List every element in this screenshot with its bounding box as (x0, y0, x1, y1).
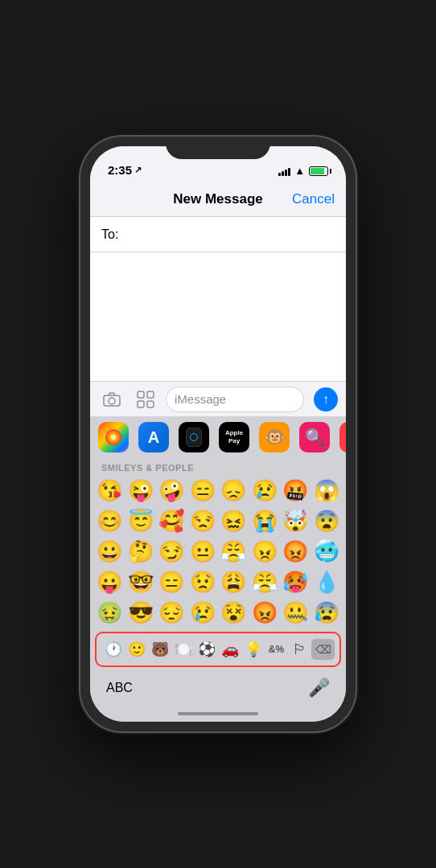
emoji-34[interactable]: 😎 (126, 598, 156, 627)
wifi-icon: ▲ (294, 165, 305, 177)
emoji-14[interactable]: 😭 (250, 506, 280, 535)
emoji-38[interactable]: 😡 (250, 598, 280, 627)
cancel-button[interactable]: Cancel (292, 191, 335, 207)
send-button[interactable]: ↑ (314, 387, 338, 411)
activities-category-button[interactable]: ⚽ (195, 637, 218, 662)
svg-point-7 (111, 435, 116, 440)
delete-button[interactable]: ⌫ (311, 639, 335, 660)
bar1 (278, 173, 281, 176)
emoji-31[interactable]: 🥵 (281, 567, 311, 596)
signal-icon (278, 166, 290, 176)
recent-category-button[interactable]: 🕐 (101, 637, 125, 662)
emoji-4[interactable]: 😑 (188, 476, 218, 505)
emoji-28[interactable]: 😟 (188, 567, 218, 596)
phone-frame: 2:35 ↗ ▲ New Message Cancel (80, 137, 356, 731)
emoji-35[interactable]: 😔 (157, 598, 187, 627)
emoji-26[interactable]: 🤓 (126, 567, 156, 596)
emoji-grid: 😘 😜 🤪 😑 😞 😢 🤬 😱 😊 😇 🥰 😒 😖 😭 🤯 😨 😀 🤔 😏 (90, 474, 346, 628)
mic-button[interactable]: 🎤 (308, 678, 330, 698)
bar3 (285, 170, 287, 176)
svg-rect-2 (138, 391, 144, 398)
emoji-32[interactable]: 💧 (312, 567, 342, 596)
message-toolbar: iMessage ↑ (90, 381, 346, 416)
abc-button[interactable]: ABC (106, 681, 133, 695)
notch (166, 137, 270, 159)
objects-category-button[interactable]: 💡 (241, 637, 265, 662)
emoji-30[interactable]: 😤 (250, 567, 280, 596)
status-time: 2:35 ↗ (108, 163, 142, 177)
emoji-10[interactable]: 😇 (126, 506, 156, 535)
location-icon: ↗ (134, 165, 142, 175)
emoji-11[interactable]: 🥰 (157, 506, 187, 535)
emoji-39[interactable]: 🤐 (281, 598, 311, 627)
emoji-24[interactable]: 🥶 (312, 537, 342, 566)
send-icon: ↑ (323, 392, 329, 407)
emoji-8[interactable]: 😱 (312, 476, 342, 505)
battery-fill (311, 168, 324, 174)
emoji-18[interactable]: 🤔 (126, 537, 156, 566)
smileys-category-button[interactable]: 🙂 (125, 637, 148, 662)
emoji-3[interactable]: 🤪 (157, 476, 187, 505)
emoji-15[interactable]: 🤯 (281, 506, 311, 535)
photos-app-icon[interactable] (98, 422, 129, 452)
emoji-9[interactable]: 😊 (95, 506, 125, 535)
emoji-category-bar: 🕐 🙂 🐻 🍽️ ⚽ 🚗 💡 &% 🏳 ⌫ (95, 632, 341, 667)
bar2 (282, 171, 284, 176)
music-app-icon[interactable]: 🎵 (339, 422, 346, 452)
emoji-25[interactable]: 😛 (95, 567, 125, 596)
animals-category-button[interactable]: 🐻 (148, 637, 171, 662)
svg-rect-5 (147, 401, 154, 407)
nav-bar: New Message Cancel (90, 182, 346, 217)
emoji-19[interactable]: 😏 (157, 537, 187, 566)
applepay-app-icon[interactable]: ApplePay (219, 422, 249, 452)
svg-rect-4 (138, 401, 144, 407)
monkey-app-icon[interactable]: 🐵 (259, 422, 290, 452)
emoji-keyboard: SMILEYS & PEOPLE 😘 😜 🤪 😑 😞 😢 🤬 😱 😊 😇 🥰 😒… (90, 458, 346, 670)
watch-app-icon[interactable] (179, 422, 209, 452)
emoji-5[interactable]: 😞 (219, 476, 249, 505)
flags-category-button[interactable]: 🏳 (288, 637, 311, 662)
emoji-22[interactable]: 😠 (250, 537, 280, 566)
emoji-36[interactable]: 😢 (188, 598, 218, 627)
svg-rect-3 (147, 391, 154, 398)
bar4 (288, 168, 290, 176)
home-indicator (90, 706, 346, 722)
emoji-category-label: SMILEYS & PEOPLE (90, 458, 346, 474)
emoji-7[interactable]: 🤬 (281, 476, 311, 505)
to-field[interactable]: To: (90, 217, 346, 252)
input-placeholder: iMessage (175, 392, 226, 406)
battery-icon (309, 166, 328, 176)
time-display: 2:35 (108, 163, 132, 177)
appstore-app-icon[interactable]: A (138, 422, 169, 452)
symbols-category-button[interactable]: &% (265, 637, 288, 662)
food-category-button[interactable]: 🍽️ (171, 637, 195, 662)
camera-button[interactable] (98, 386, 125, 413)
travel-category-button[interactable]: 🚗 (218, 637, 241, 662)
world-search-app-icon[interactable]: 🔍 (299, 422, 330, 452)
emoji-23[interactable]: 😡 (281, 537, 311, 566)
app-strip: A ApplePay 🐵 🔍 🎵 (90, 416, 346, 458)
status-icons: ▲ (278, 165, 328, 177)
apps-button[interactable] (132, 386, 159, 413)
abc-bar: ABC 🎤 (90, 670, 346, 706)
message-area[interactable] (90, 252, 346, 381)
message-input[interactable]: iMessage (166, 387, 304, 412)
emoji-21[interactable]: 😤 (219, 537, 249, 566)
emoji-2[interactable]: 😜 (126, 476, 156, 505)
emoji-16[interactable]: 😨 (312, 506, 342, 535)
emoji-1[interactable]: 😘 (95, 476, 125, 505)
emoji-12[interactable]: 😒 (188, 506, 218, 535)
svg-point-1 (109, 398, 115, 404)
emoji-33[interactable]: 🤢 (95, 598, 125, 627)
home-bar (178, 712, 258, 715)
to-label: To: (101, 227, 118, 242)
emoji-17[interactable]: 😀 (95, 537, 125, 566)
emoji-20[interactable]: 😐 (188, 537, 218, 566)
page-title: New Message (173, 191, 263, 207)
emoji-29[interactable]: 😩 (219, 567, 249, 596)
emoji-13[interactable]: 😖 (219, 506, 249, 535)
emoji-37[interactable]: 😵 (219, 598, 249, 627)
emoji-27[interactable]: 😑 (157, 567, 187, 596)
emoji-40[interactable]: 😰 (312, 598, 342, 627)
emoji-6[interactable]: 😢 (250, 476, 280, 505)
